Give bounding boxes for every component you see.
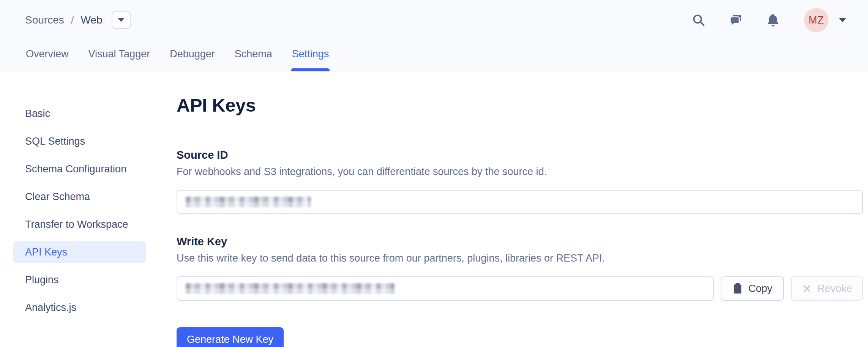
header-actions: MZ [691, 8, 846, 32]
caret-down-icon [839, 18, 846, 22]
write-key-section: Write Key Use this write key to send dat… [177, 235, 863, 347]
app-window: Sources / Web [0, 0, 868, 347]
settings-sidebar: Basic SQL Settings Schema Configuration … [0, 71, 177, 347]
revoke-button[interactable]: Revoke [791, 276, 863, 301]
caret-down-icon [118, 18, 124, 22]
sidebar-item-schema-configuration[interactable]: Schema Configuration [13, 158, 146, 180]
page-header: Sources / Web [0, 0, 868, 71]
revoke-button-label: Revoke [817, 283, 852, 295]
write-key-description: Use this write key to send data to this … [177, 252, 863, 264]
write-key-input[interactable] [177, 276, 714, 301]
messages-button[interactable] [728, 13, 743, 28]
sidebar-item-clear-schema[interactable]: Clear Schema [13, 186, 146, 208]
write-key-row: Copy Revoke [177, 276, 863, 301]
tab-schema[interactable]: Schema [234, 48, 273, 71]
sidebar-item-api-keys[interactable]: API Keys [13, 241, 146, 263]
breadcrumb-current-source: Web [81, 14, 103, 26]
copy-button[interactable]: Copy [721, 276, 784, 301]
x-icon [802, 284, 812, 293]
page-title: API Keys [177, 95, 863, 115]
source-switcher-button[interactable] [112, 11, 131, 29]
breadcrumb-sources-link[interactable]: Sources [25, 14, 64, 26]
top-bar: Sources / Web [0, 0, 868, 33]
copy-button-label: Copy [748, 283, 772, 295]
tab-settings[interactable]: Settings [291, 48, 330, 71]
clipboard-icon [732, 283, 743, 294]
avatar[interactable]: MZ [804, 8, 829, 32]
notifications-button[interactable] [765, 13, 781, 28]
search-icon [692, 13, 705, 27]
sidebar-item-sql-settings[interactable]: SQL Settings [13, 130, 146, 152]
write-key-redacted-value [186, 283, 395, 294]
user-menu[interactable]: MZ [804, 8, 846, 32]
source-id-section: Source ID For webhooks and S3 integratio… [177, 149, 863, 214]
write-key-heading: Write Key [177, 235, 863, 248]
chat-icon [729, 13, 743, 27]
page-body: Basic SQL Settings Schema Configuration … [0, 71, 868, 347]
source-tabs: Overview Visual Tagger Debugger Schema S… [0, 48, 868, 71]
sidebar-item-transfer-to-workspace[interactable]: Transfer to Workspace [13, 213, 146, 235]
sidebar-item-analytics-js[interactable]: Analytics.js [13, 297, 146, 319]
source-id-input[interactable] [177, 190, 863, 214]
breadcrumb: Sources / Web [25, 11, 131, 29]
sidebar-item-basic[interactable]: Basic [13, 103, 146, 125]
generate-new-key-button[interactable]: Generate New Key [177, 327, 284, 347]
bell-icon [766, 13, 780, 27]
tab-overview[interactable]: Overview [25, 48, 69, 71]
source-id-heading: Source ID [177, 149, 863, 161]
source-id-description: For webhooks and S3 integrations, you ca… [177, 166, 863, 178]
tab-debugger[interactable]: Debugger [169, 48, 216, 71]
search-button[interactable] [691, 13, 706, 28]
source-id-redacted-value [186, 197, 311, 207]
api-keys-panel: API Keys Source ID For webhooks and S3 i… [177, 71, 863, 347]
tab-visual-tagger[interactable]: Visual Tagger [88, 48, 151, 71]
sidebar-item-plugins[interactable]: Plugins [13, 269, 146, 291]
avatar-initials: MZ [809, 14, 824, 26]
breadcrumb-separator: / [71, 14, 74, 26]
